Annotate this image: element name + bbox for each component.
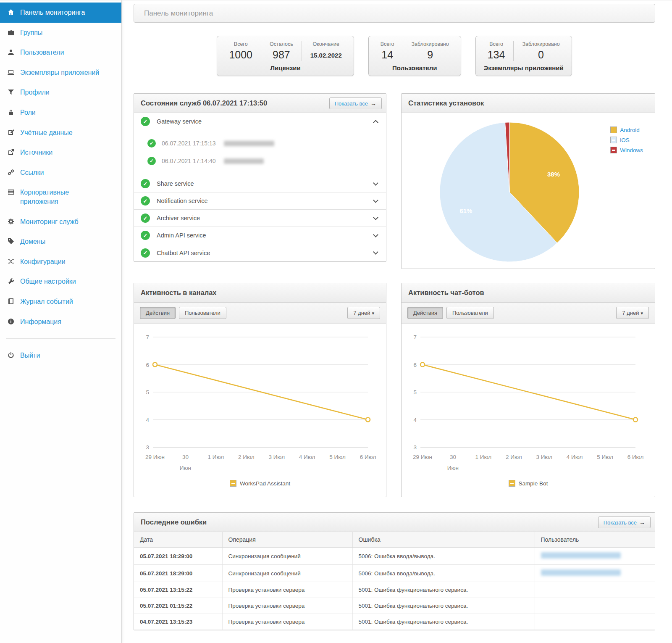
- sidebar-item-label: Мониторинг служб: [20, 217, 79, 227]
- sidebar-item-label: Профили: [20, 88, 50, 97]
- svg-text:6 Июл: 6 Июл: [360, 454, 376, 460]
- legend-label: Windows: [620, 147, 643, 153]
- sidebar: Панель мониторинга Группы Пользователи Э…: [0, 0, 122, 643]
- svg-text:29 Июн: 29 Июн: [413, 454, 432, 460]
- users-toggle-button[interactable]: Пользователи: [179, 307, 226, 319]
- sidebar-item-label: Панель мониторинга: [20, 8, 85, 17]
- power-icon: [8, 352, 14, 358]
- service-name: Archiver service: [157, 215, 374, 221]
- error-date-link[interactable]: 05.07.2021 18:29:00: [134, 548, 222, 565]
- actions-toggle-button[interactable]: Действия: [140, 307, 176, 319]
- stat-card-users: Всего14 Заблокировано9 Пользователи: [368, 36, 461, 76]
- sidebar-item-label: Общие настройки: [20, 277, 76, 286]
- svg-text:5: 5: [146, 389, 149, 395]
- chart-legend: Sample Bot: [402, 480, 655, 487]
- entry-time: 06.07.2021 17:14:40: [162, 158, 215, 164]
- page-title: Панель мониторинга: [144, 9, 213, 18]
- service-row-admin-api[interactable]: ✓ Admin API service: [134, 227, 386, 244]
- svg-text:6: 6: [146, 362, 149, 368]
- actions-toggle-button[interactable]: Действия: [407, 307, 443, 319]
- error-operation: Проверка установки сервера: [222, 614, 352, 630]
- show-all-errors-button[interactable]: Показать все→: [598, 517, 651, 528]
- status-ok-icon: ✓: [141, 231, 150, 240]
- table-row: 05.07.2021 18:29:00 Синхронизация сообще…: [134, 548, 655, 565]
- lock-icon: [8, 109, 14, 116]
- entry-time: 06.07.2021 17:15:13: [162, 140, 215, 147]
- service-row-notification[interactable]: ✓ Notification service: [134, 192, 386, 210]
- svg-text:1 Июл: 1 Июл: [475, 454, 492, 460]
- stat-cards: Всего1000 Осталось987 Окончание15.02.202…: [134, 36, 655, 76]
- metric-value: 9: [412, 49, 449, 61]
- show-all-services-button[interactable]: Показать все→: [329, 98, 382, 109]
- error-date-link[interactable]: 05.07.2021 01:15:22: [134, 598, 222, 614]
- redacted-user: [541, 569, 621, 576]
- stat-card-app-instances: Всего134 Заблокировано0 Экземпляры прило…: [475, 36, 572, 76]
- service-name: Admin API service: [157, 232, 374, 239]
- error-message: 5006: Ошибка ввода/вывода.: [352, 565, 535, 582]
- filter-icon: [8, 89, 14, 95]
- svg-text:3 Июл: 3 Июл: [536, 454, 552, 460]
- metric-value: 0: [522, 49, 559, 61]
- services-status-panel: Состояния служб 06.07.2021 17:13:50 Пока…: [134, 93, 386, 262]
- service-detail-gateway: ✓ 06.07.2021 17:15:13 ✓ 06.07.2021 17:14…: [134, 130, 386, 175]
- period-dropdown[interactable]: 7 дней▾: [616, 307, 649, 319]
- error-date-link[interactable]: 05.07.2021 13:15:22: [134, 582, 222, 598]
- metric-value: 14: [381, 49, 394, 61]
- sidebar-item-credentials[interactable]: Учётные данные: [0, 123, 121, 143]
- channel-activity-toolbar: Действия Пользователи 7 дней▾: [134, 303, 386, 324]
- sidebar-item-label: Учётные данные: [20, 128, 73, 137]
- service-name: Notification service: [157, 198, 374, 204]
- error-operation: Синхронизация сообщений: [222, 548, 352, 565]
- redacted-host: [224, 141, 274, 146]
- service-name: Share service: [157, 180, 374, 187]
- briefcase-icon: [8, 29, 14, 36]
- sidebar-item-sources[interactable]: Источники: [0, 142, 121, 163]
- table-row: 05.07.2021 01:15:22 Проверка установки с…: [134, 598, 655, 614]
- status-ok-icon: ✓: [141, 117, 150, 126]
- sidebar-item-configurations[interactable]: Конфигурации: [0, 252, 121, 272]
- sidebar-item-users[interactable]: Пользователи: [0, 42, 121, 63]
- sidebar-item-label: Группы: [20, 28, 42, 37]
- error-message: 5006: Ошибка ввода/вывода.: [352, 548, 535, 565]
- sidebar-item-event-log[interactable]: Журнал событий: [0, 292, 121, 312]
- svg-text:Июн: Июн: [180, 465, 191, 471]
- svg-text:61%: 61%: [459, 207, 472, 214]
- sidebar-item-profiles[interactable]: Профили: [0, 82, 121, 103]
- sidebar-item-groups[interactable]: Группы: [0, 23, 121, 43]
- service-entry: ✓ 06.07.2021 17:14:40: [147, 152, 379, 170]
- table-header-row: Дата Операция Ошибка Пользователь: [134, 532, 655, 548]
- sidebar-item-information[interactable]: Информация: [0, 312, 121, 332]
- chatbot-activity-toolbar: Действия Пользователи 7 дней▾: [402, 303, 655, 324]
- status-ok-icon: ✓: [141, 196, 150, 206]
- error-message: 5001: Ошибка функционального сервиса.: [352, 614, 535, 630]
- service-row-chatbot-api[interactable]: ✓ Chatbot API service: [134, 244, 386, 261]
- sidebar-item-service-monitoring[interactable]: Мониторинг служб: [0, 212, 121, 232]
- sidebar-item-domains[interactable]: Домены: [0, 232, 121, 252]
- arrow-right-icon: →: [370, 100, 376, 107]
- sidebar-item-app-instances[interactable]: Экземпляры приложений: [0, 63, 121, 83]
- error-date-link[interactable]: 05.07.2021 18:29:00: [134, 565, 222, 582]
- sidebar-item-links[interactable]: Ссылки: [0, 163, 121, 183]
- stat-card-licenses: Всего1000 Осталось987 Окончание15.02.202…: [217, 36, 354, 76]
- panel-title: Статистика установок: [408, 99, 484, 107]
- svg-text:5 Июл: 5 Июл: [329, 454, 346, 460]
- sidebar-item-corporate-apps[interactable]: Корпоративные приложения: [0, 182, 121, 211]
- users-toggle-button[interactable]: Пользователи: [446, 307, 494, 319]
- service-row-gateway[interactable]: ✓ Gateway service: [134, 113, 386, 130]
- metric-label: Всего: [381, 41, 394, 47]
- error-operation: Синхронизация сообщений: [222, 565, 352, 582]
- sidebar-item-label: Информация: [20, 317, 61, 327]
- period-dropdown[interactable]: 7 дней▾: [347, 307, 380, 319]
- metric-label: Заблокировано: [522, 41, 559, 47]
- sidebar-item-roles[interactable]: Роли: [0, 103, 121, 123]
- service-row-share[interactable]: ✓ Share service: [134, 175, 386, 192]
- sidebar-item-general-settings[interactable]: Общие настройки: [0, 271, 121, 292]
- sidebar-item-dashboard[interactable]: Панель мониторинга: [0, 3, 121, 23]
- sidebar-item-logout[interactable]: Выйти: [0, 345, 121, 366]
- service-row-archiver[interactable]: ✓ Archiver service: [134, 210, 386, 227]
- export-icon: [8, 149, 14, 155]
- service-entry: ✓ 06.07.2021 17:15:13: [147, 134, 379, 152]
- svg-text:Июн: Июн: [447, 465, 459, 471]
- error-date-link[interactable]: 04.07.2021 13:15:23: [134, 614, 222, 630]
- stat-card-title: Лицензии: [220, 64, 350, 71]
